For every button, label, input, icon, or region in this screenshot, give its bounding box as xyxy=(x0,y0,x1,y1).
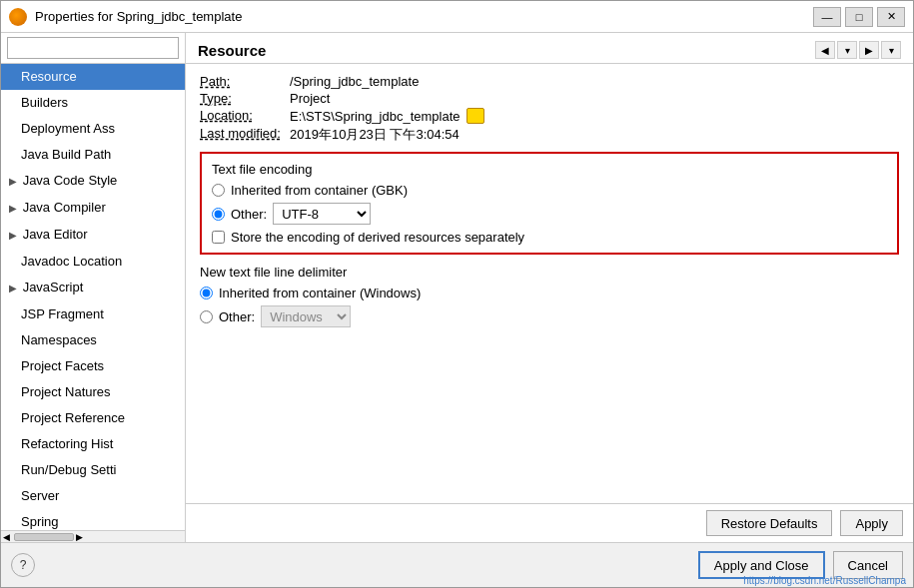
close-button[interactable]: ✕ xyxy=(877,7,905,27)
sidebar-item-label: Spring xyxy=(21,514,59,529)
sidebar-item-project-natures[interactable]: Project Natures xyxy=(1,379,185,405)
action-buttons: Apply and Close Cancel xyxy=(698,551,903,579)
sidebar-list: Resource Builders Deployment Ass Java Bu… xyxy=(1,64,185,530)
sidebar-item-label: JSP Fragment xyxy=(21,306,104,321)
sidebar-item-label: Builders xyxy=(21,95,68,110)
content-title: Resource xyxy=(198,42,266,59)
sidebar-item-javascript[interactable]: ▶ JavaScript xyxy=(1,275,185,301)
encoding-box: Text file encoding Inherited from contai… xyxy=(200,152,899,255)
sidebar-item-label: Project Facets xyxy=(21,358,104,373)
sidebar-item-label: Deployment Ass xyxy=(21,121,115,136)
sidebar: Resource Builders Deployment Ass Java Bu… xyxy=(1,33,186,542)
sidebar-item-label: Java Editor xyxy=(23,227,88,242)
sidebar-item-deployment-ass[interactable]: Deployment Ass xyxy=(1,116,185,142)
last-modified-label: Last modified: xyxy=(200,126,290,141)
inherited-delimiter-label: Inherited from container (Windows) xyxy=(219,286,421,300)
info-table: Path: /Spring_jdbc_template Type: Projec… xyxy=(200,74,899,144)
sidebar-item-java-compiler[interactable]: ▶ Java Compiler xyxy=(1,195,185,222)
sidebar-scrollbar: ◀ ▶ xyxy=(1,530,185,542)
nav-back-button[interactable]: ◀ xyxy=(815,41,835,59)
other-delimiter-row: Other: Windows Unix MacOS xyxy=(200,305,899,327)
sidebar-item-label: Java Compiler xyxy=(23,200,106,215)
restore-apply-row: Restore Defaults Apply xyxy=(186,503,913,542)
sidebar-item-label: Refactoring Hist xyxy=(21,436,113,451)
sidebar-item-label: Server xyxy=(21,488,59,503)
other-encoding-radio[interactable] xyxy=(212,208,225,221)
restore-defaults-button[interactable]: Restore Defaults xyxy=(706,510,833,536)
location-row: Location: E:\STS\Spring_jdbc_template xyxy=(200,108,899,124)
store-encoding-checkbox[interactable] xyxy=(212,231,225,244)
inherited-encoding-label: Inherited from container (GBK) xyxy=(231,183,408,198)
help-button[interactable]: ? xyxy=(11,553,35,577)
encoding-dropdown[interactable]: UTF-8 GBK ISO-8859-1 US-ASCII UTF-16 xyxy=(273,203,371,225)
path-row: Path: /Spring_jdbc_template xyxy=(200,74,899,89)
sidebar-item-label: Javadoc Location xyxy=(21,254,122,269)
content-header: Resource ◀ ▾ ▶ ▾ xyxy=(186,33,913,64)
store-encoding-label: Store the encoding of derived resources … xyxy=(231,230,524,245)
inherited-delimiter-radio[interactable] xyxy=(200,287,213,299)
window-title: Properties for Spring_jdbc_template xyxy=(35,9,813,24)
encoding-title: Text file encoding xyxy=(212,162,887,177)
content-area: Resource ◀ ▾ ▶ ▾ Path: /Spring_jdbc_temp… xyxy=(186,33,913,542)
app-icon xyxy=(9,8,27,26)
inherited-encoding-radio[interactable] xyxy=(212,184,225,197)
delimiter-dropdown[interactable]: Windows Unix MacOS xyxy=(261,305,351,327)
sidebar-item-java-build-path[interactable]: Java Build Path xyxy=(1,142,185,168)
nav-dropdown-button[interactable]: ▾ xyxy=(837,41,857,59)
main-area: Resource Builders Deployment Ass Java Bu… xyxy=(1,33,913,542)
navigation-arrows: ◀ ▾ ▶ ▾ xyxy=(815,41,901,59)
sidebar-item-label: JavaScript xyxy=(23,280,84,294)
type-label: Type: xyxy=(200,91,290,106)
sidebar-item-run-debug[interactable]: Run/Debug Setti xyxy=(1,457,185,483)
sidebar-item-java-code-style[interactable]: ▶ Java Code Style xyxy=(1,168,185,195)
sidebar-item-java-editor[interactable]: ▶ Java Editor xyxy=(1,222,185,249)
nav-forward-button[interactable]: ▶ xyxy=(859,41,879,59)
window-controls: — □ ✕ xyxy=(813,7,905,27)
location-label: Location: xyxy=(200,108,290,123)
last-modified-row: Last modified: 2019年10月23日 下午3:04:54 xyxy=(200,126,899,144)
sidebar-item-label: Resource xyxy=(21,69,77,84)
minimize-button[interactable]: — xyxy=(813,7,841,27)
sidebar-item-label: Project Reference xyxy=(21,410,125,425)
browse-folder-icon[interactable] xyxy=(466,108,484,124)
content-body: Path: /Spring_jdbc_template Type: Projec… xyxy=(186,64,913,503)
sidebar-item-refactoring-history[interactable]: Refactoring Hist xyxy=(1,431,185,457)
other-encoding-row: Other: UTF-8 GBK ISO-8859-1 US-ASCII UTF… xyxy=(212,203,887,225)
sidebar-item-project-references[interactable]: Project Reference xyxy=(1,405,185,431)
path-value: /Spring_jdbc_template xyxy=(290,74,419,89)
sidebar-item-namespaces[interactable]: Namespaces xyxy=(1,327,185,353)
nav-forward-dropdown-button[interactable]: ▾ xyxy=(881,41,901,59)
sidebar-item-spring[interactable]: Spring xyxy=(1,509,185,530)
sidebar-item-server[interactable]: Server xyxy=(1,483,185,509)
other-delimiter-radio[interactable] xyxy=(200,310,213,323)
sidebar-item-builders[interactable]: Builders xyxy=(1,90,185,116)
sidebar-search-input[interactable] xyxy=(7,37,179,59)
type-row: Type: Project xyxy=(200,91,899,106)
properties-window: Properties for Spring_jdbc_template — □ … xyxy=(0,0,914,588)
expand-arrow-icon: ▶ xyxy=(9,226,19,246)
sidebar-item-label: Java Code Style xyxy=(23,173,118,188)
store-encoding-row: Store the encoding of derived resources … xyxy=(212,230,887,245)
scroll-right-icon[interactable]: ▶ xyxy=(76,532,83,542)
type-value: Project xyxy=(290,91,330,106)
maximize-button[interactable]: □ xyxy=(845,7,873,27)
delimiter-inherited-row: Inherited from container (Windows) xyxy=(200,286,899,300)
sidebar-item-project-facets[interactable]: Project Facets xyxy=(1,353,185,379)
cancel-button[interactable]: Cancel xyxy=(833,551,903,579)
bottom-action-bar: ? Apply and Close Cancel xyxy=(1,542,913,587)
other-encoding-label: Other: xyxy=(231,207,267,222)
scroll-left-icon[interactable]: ◀ xyxy=(3,532,10,542)
expand-arrow-icon: ▶ xyxy=(9,172,19,192)
sidebar-item-resource[interactable]: Resource xyxy=(1,64,185,90)
sidebar-item-javadoc-location[interactable]: Javadoc Location xyxy=(1,249,185,275)
title-bar: Properties for Spring_jdbc_template — □ … xyxy=(1,1,913,33)
location-value: E:\STS\Spring_jdbc_template xyxy=(290,108,484,124)
expand-arrow-icon: ▶ xyxy=(9,199,19,219)
last-modified-value: 2019年10月23日 下午3:04:54 xyxy=(290,126,459,144)
apply-button[interactable]: Apply xyxy=(840,510,903,536)
apply-and-close-button[interactable]: Apply and Close xyxy=(698,551,825,579)
delimiter-section: New text file line delimiter Inherited f… xyxy=(200,265,899,327)
horizontal-scrollbar[interactable] xyxy=(14,533,74,541)
sidebar-item-label: Java Build Path xyxy=(21,147,111,162)
sidebar-item-jsp-fragment[interactable]: JSP Fragment xyxy=(1,301,185,327)
